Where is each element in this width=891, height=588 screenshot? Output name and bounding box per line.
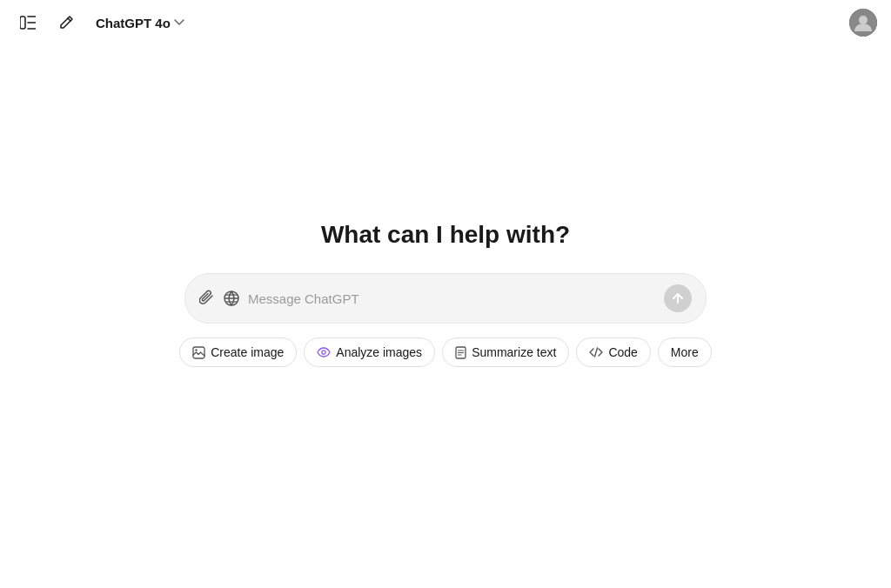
header: ChatGPT 4o bbox=[0, 0, 891, 45]
attach-icon[interactable] bbox=[199, 290, 215, 307]
analyze-images-button[interactable]: Analyze images bbox=[304, 337, 435, 367]
message-input[interactable] bbox=[248, 291, 655, 306]
svg-point-5 bbox=[859, 16, 868, 24]
eye-icon bbox=[317, 347, 331, 357]
more-button[interactable]: More bbox=[658, 337, 712, 367]
summarize-text-label: Summarize text bbox=[472, 345, 556, 359]
message-input-container bbox=[184, 273, 707, 324]
svg-line-14 bbox=[595, 348, 598, 357]
main-content: What can I help with? bbox=[0, 0, 891, 588]
compose-button[interactable] bbox=[52, 9, 80, 37]
summarize-text-button[interactable]: Summarize text bbox=[442, 337, 569, 367]
analyze-images-label: Analyze images bbox=[336, 345, 422, 359]
svg-point-9 bbox=[322, 351, 325, 354]
user-avatar[interactable] bbox=[849, 9, 877, 37]
image-icon bbox=[192, 346, 205, 359]
svg-point-8 bbox=[196, 349, 198, 351]
action-buttons-container: Create image Analyze images Summariz bbox=[179, 337, 712, 367]
create-image-label: Create image bbox=[211, 345, 284, 359]
avatar-image bbox=[849, 9, 877, 37]
more-label: More bbox=[671, 345, 699, 359]
code-icon bbox=[589, 347, 603, 357]
hero-title: What can I help with? bbox=[321, 221, 570, 249]
send-button[interactable] bbox=[664, 284, 692, 312]
doc-icon bbox=[455, 346, 466, 359]
chevron-down-icon bbox=[174, 19, 184, 26]
code-label: Code bbox=[608, 345, 637, 359]
model-selector[interactable]: ChatGPT 4o bbox=[90, 12, 190, 34]
header-right bbox=[849, 9, 877, 37]
code-button[interactable]: Code bbox=[576, 337, 650, 367]
create-image-button[interactable]: Create image bbox=[179, 337, 297, 367]
svg-rect-0 bbox=[20, 17, 25, 29]
header-left: ChatGPT 4o bbox=[14, 9, 190, 37]
globe-icon[interactable] bbox=[224, 291, 239, 306]
model-title: ChatGPT 4o bbox=[96, 16, 171, 30]
sidebar-toggle-button[interactable] bbox=[14, 9, 42, 37]
